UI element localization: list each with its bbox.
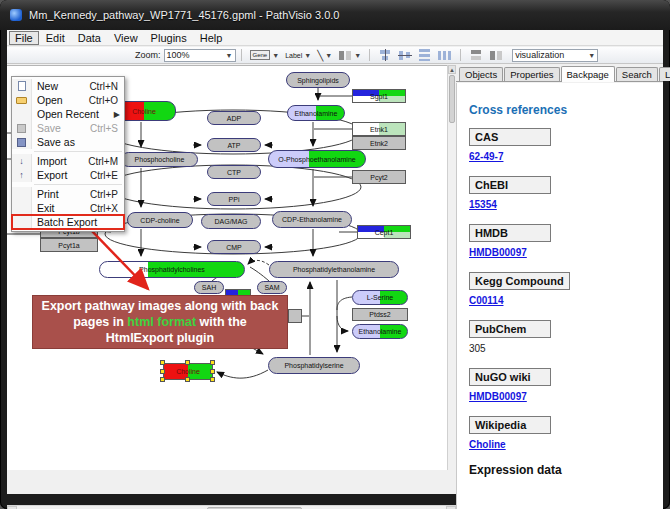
selection-handle[interactable]	[210, 377, 215, 382]
side-panel: ObjectsPropertiesBackpageSearchLegend Cr…	[456, 65, 663, 509]
pathway-node-cept1[interactable]: Cept1	[357, 225, 411, 239]
chevron-down-icon: ▼	[588, 52, 595, 59]
file-menu-item-open[interactable]: OpenCtrl+O	[12, 93, 124, 107]
pathway-node[interactable]	[288, 309, 302, 323]
node-label: Cept1	[373, 229, 396, 236]
menu-item-shortcut: Ctrl+X	[90, 203, 124, 214]
xref-section-nugo-wiki: NuGO wikiHMDB00097	[469, 367, 663, 402]
stack-vertical-button[interactable]	[468, 48, 484, 62]
line-tool-button[interactable]: ╲ ▼	[316, 48, 333, 62]
pathway-node-atp[interactable]: ATP	[207, 138, 261, 152]
file-menu-item-new[interactable]: NewCtrl+N	[12, 79, 124, 93]
pathway-node-ptdss2[interactable]: Ptdss2	[352, 308, 408, 321]
pathway-node-l-serine[interactable]: L-Serine	[352, 290, 408, 305]
file-menu-item-exit[interactable]: ExitCtrl+X	[12, 201, 124, 215]
pathway-node-cmp[interactable]: CMP	[207, 240, 261, 254]
menubar-item-file[interactable]: File	[9, 31, 39, 45]
file-menu-item-save-as[interactable]: Save as	[12, 135, 124, 149]
xref-section-chebi: ChEBI15354	[469, 175, 663, 210]
pathway-node-cdp-ethanolamine[interactable]: CDP-Ethanolamine	[272, 211, 352, 228]
distribute-horizontal-button[interactable]	[437, 48, 453, 62]
pathway-node-sgpl1[interactable]: Sgpl1	[352, 89, 406, 103]
pathway-node-etnk1[interactable]: Etnk1	[352, 122, 406, 136]
selection-handle[interactable]	[210, 369, 215, 374]
pathway-node-dag-mag[interactable]: DAG/MAG	[201, 214, 261, 229]
cross-references-heading: Cross references	[469, 103, 663, 117]
pathway-node-ethanolamine[interactable]: Ethanolamine	[352, 324, 408, 339]
pathway-node-phosphatidylethanolamine[interactable]: Phosphatidylethanolamine	[269, 261, 399, 278]
pathway-node-pcyt2[interactable]: Pcyt2	[352, 170, 406, 184]
menu-item-label: Import	[32, 155, 88, 167]
line-icon: ╲	[317, 50, 323, 61]
tab-search[interactable]: Search	[616, 67, 658, 81]
pathway-node-etnk2[interactable]: Etnk2	[352, 136, 406, 150]
xref-link-hmdb00097[interactable]: HMDB00097	[469, 247, 527, 258]
selection-handle[interactable]	[185, 360, 190, 365]
selection-handle[interactable]	[160, 377, 165, 382]
pathway-node-phosphocholine[interactable]: Phosphocholine	[121, 152, 198, 167]
tab-legend[interactable]: Legend	[659, 67, 670, 81]
xref-link-62-49-7[interactable]: 62-49-7	[469, 151, 503, 162]
menubar-item-plugins[interactable]: Plugins	[145, 31, 193, 45]
xref-link-c00114[interactable]: C00114	[469, 295, 503, 306]
label-tool-button[interactable]: Label ▼	[284, 48, 312, 62]
gene-tool-button[interactable]: Gene ▼	[249, 48, 281, 62]
visualization-combobox[interactable]: visualization ▼	[512, 49, 598, 62]
pathway-node-ethanolamine[interactable]: Ethanolamine	[287, 105, 345, 121]
selection-handle[interactable]	[210, 360, 215, 365]
align-vertical-center-button[interactable]	[397, 48, 413, 62]
align-horizontal-center-button[interactable]	[377, 48, 393, 62]
file-menu-item-batch-export[interactable]: Batch Export	[12, 215, 124, 229]
node-label: PPi	[227, 196, 242, 203]
xref-link-choline[interactable]: Choline	[469, 439, 506, 450]
file-menu-item-export[interactable]: ↑ExportCtrl+E	[12, 168, 124, 182]
pathway-node-pcyt1a[interactable]: Pcyt1a	[40, 238, 98, 252]
pathway-node-sah[interactable]: SAH	[194, 281, 224, 294]
menubar-item-view[interactable]: View	[108, 31, 144, 45]
file-menu-item-open-recent[interactable]: Open Recent▶	[12, 107, 124, 121]
menubar-item-edit[interactable]: Edit	[40, 31, 71, 45]
xref-section-header: PubChem	[469, 320, 551, 338]
import-icon: ↓	[19, 157, 24, 166]
scroll-up-icon[interactable]: ▲	[448, 65, 456, 74]
pathway-node-ppi[interactable]: PPi	[207, 192, 261, 206]
menubar-item-data[interactable]: Data	[72, 31, 107, 45]
stack-horizontal-button[interactable]	[488, 48, 504, 62]
pathway-node-sphingolipids[interactable]: Sphingolipids	[286, 72, 350, 88]
tab-backpage[interactable]: Backpage	[561, 66, 615, 82]
xref-link-hmdb00097[interactable]: HMDB00097	[469, 391, 527, 402]
window-title: Mm_Kennedy_pathway_WP1771_45176.gpml - P…	[29, 9, 339, 21]
node-label: Pcyt1a	[56, 242, 81, 249]
tab-properties[interactable]: Properties	[504, 67, 559, 81]
file-menu-item-save[interactable]: SaveCtrl+S	[12, 121, 124, 135]
tab-objects[interactable]: Objects	[459, 67, 503, 81]
pathway-node-phosphatidylcholines[interactable]: Phosphatidylcholines	[99, 261, 245, 278]
zoom-combobox[interactable]: 100% ▼	[164, 49, 236, 62]
pathway-node-phosphatidylserine[interactable]: Phosphatidylserine	[268, 357, 360, 374]
selection-handle[interactable]	[160, 369, 165, 374]
menu-item-shortcut: Ctrl+N	[89, 81, 124, 92]
file-menu-item-print[interactable]: PrintCtrl+P	[12, 187, 124, 201]
canvas-horizontal-scrollbar[interactable]: ◄ ►	[7, 505, 456, 509]
selection-handle[interactable]	[160, 360, 165, 365]
vertical-scroll-thumb[interactable]	[449, 75, 455, 123]
menu-item-shortcut: Ctrl+O	[89, 95, 124, 106]
menubar-item-help[interactable]: Help	[194, 31, 229, 45]
selection-handle[interactable]	[185, 377, 190, 382]
distribute-vertical-button[interactable]	[417, 48, 433, 62]
file-menu: NewCtrl+NOpenCtrl+OOpen Recent▶SaveCtrl+…	[11, 76, 125, 232]
xref-value: 305	[469, 343, 486, 354]
canvas-vertical-scrollbar[interactable]: ▲	[447, 65, 456, 470]
file-menu-item-import[interactable]: ↓ImportCtrl+M	[12, 154, 124, 168]
pathway-node-adp[interactable]: ADP	[207, 111, 261, 125]
xref-link-15354[interactable]: 15354	[469, 199, 497, 210]
node-label: Ethanolamine	[293, 110, 340, 117]
xref-section-pubchem: PubChem305	[469, 319, 663, 354]
pathway-node-ctp[interactable]: CTP	[207, 165, 261, 179]
pathway-node-cdp-choline[interactable]: CDP-choline	[127, 212, 193, 228]
pathway-node-sam[interactable]: SAM	[257, 281, 287, 294]
stack-horizontal-icon	[489, 49, 503, 61]
pathway-node-o-phosphoethanolamine[interactable]: O-Phosphoethanolamine	[268, 150, 366, 168]
node-label: Choline	[174, 368, 202, 375]
shape-tool-button[interactable]: ▼	[337, 48, 362, 62]
